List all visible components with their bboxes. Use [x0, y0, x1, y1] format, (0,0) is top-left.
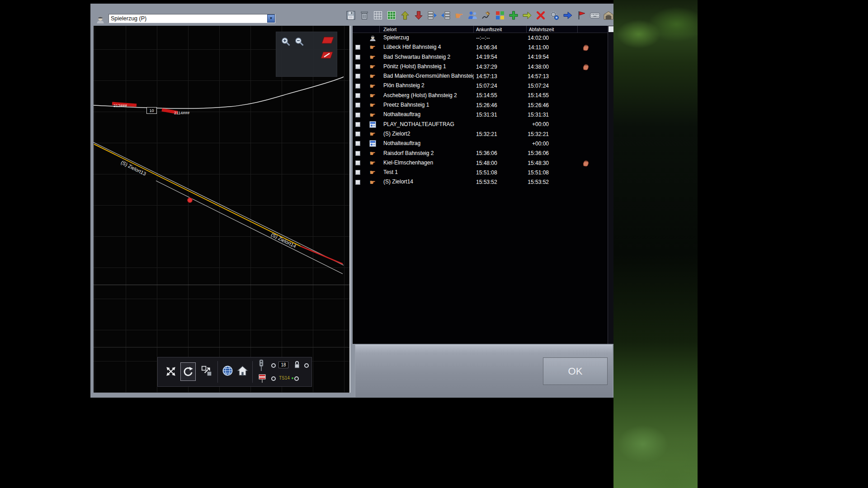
checkbox-cell	[353, 139, 365, 148]
row-checkbox[interactable]	[355, 55, 360, 60]
table-row[interactable]: ☛(S) Zielort1415:53:5215:53:52	[353, 177, 613, 187]
checkbox-cell	[353, 129, 365, 139]
lock-button[interactable]	[293, 360, 301, 369]
row-checkbox[interactable]	[355, 151, 360, 156]
rotate-button[interactable]	[180, 362, 196, 381]
delete-button[interactable]	[359, 9, 370, 21]
table-row[interactable]: ☛Lübeck Hbf Bahnsteig 414:06:3414:11:00	[353, 42, 613, 52]
hand-icon: ☛	[369, 169, 375, 176]
header-arrival[interactable]: Ankunftszeit	[474, 26, 527, 33]
table-row[interactable]: ☛Ascheberg (Holst) Bahnsteig 215:14:5515…	[353, 91, 613, 100]
row-checkbox[interactable]	[355, 84, 360, 89]
table-row[interactable]: ☛Preetz Bahnsteig 115:26:4615:26:46	[353, 100, 613, 110]
hand-icon: ☛	[369, 131, 375, 137]
arrival-time: 15:51:08	[474, 168, 527, 177]
row-checkbox[interactable]	[355, 103, 360, 108]
hand-icon: ☛	[369, 150, 375, 157]
row-checkbox[interactable]	[355, 113, 360, 117]
table-row[interactable]: Nothalteauftrag+00:00	[353, 139, 613, 148]
delete-entry-button[interactable]	[535, 9, 546, 21]
header-departure[interactable]: Abfahrtszeit	[527, 26, 578, 33]
row-checkbox[interactable]	[355, 160, 360, 165]
shunt-signal-icon	[258, 374, 266, 384]
shunt-signal-button[interactable]	[258, 373, 266, 384]
passengers-button[interactable]	[467, 9, 478, 21]
track-map[interactable]: 212### 10 2114### (S) Zielort13 (S) Ziel…	[94, 26, 350, 393]
move-up-button[interactable]	[399, 9, 410, 21]
table-row[interactable]: ☛Pönitz (Holst) Bahnsteig 114:37:2914:38…	[353, 62, 613, 71]
signal-button[interactable]	[258, 359, 264, 372]
table-row[interactable]: Spielerzug--:--:--14:02:00	[353, 33, 613, 42]
row-checkbox[interactable]	[355, 131, 360, 136]
depot-button[interactable]	[603, 9, 614, 21]
arrival-time: 14:06:34	[474, 42, 527, 52]
grid-active-button[interactable]	[386, 9, 397, 21]
home-button[interactable]	[236, 364, 249, 377]
enter-button[interactable]	[562, 9, 573, 21]
row-checkbox[interactable]	[355, 64, 360, 69]
table-row[interactable]: ☛Nothalteauftrag15:31:3115:31:31	[353, 110, 613, 119]
depot-icon	[603, 10, 614, 21]
zoom-out-button[interactable]	[293, 36, 305, 47]
grid-button[interactable]	[372, 9, 383, 21]
row-checkbox[interactable]	[355, 170, 360, 175]
add-entry-button[interactable]	[508, 9, 519, 21]
row-checkbox[interactable]	[355, 141, 360, 146]
jump-button[interactable]	[200, 365, 213, 377]
globe-button[interactable]	[221, 364, 234, 377]
row-checkbox[interactable]	[355, 45, 360, 50]
settings-button[interactable]	[548, 9, 560, 21]
pan-button[interactable]	[164, 365, 178, 378]
schedule-table-body: Spielerzug--:--:--14:02:00☛Lübeck Hbf Ba…	[353, 33, 613, 187]
edit-button[interactable]	[481, 9, 492, 21]
red-area-icon	[321, 36, 335, 44]
keypad-button[interactable]	[589, 9, 600, 21]
table-row[interactable]: ☛(S) Zielort215:32:2115:32:21	[353, 129, 613, 139]
expand-icon	[165, 366, 177, 377]
zoom-in-button[interactable]	[280, 36, 292, 47]
divider	[217, 361, 218, 383]
table-row[interactable]: ☛Raisdorf Bahnsteig 215:36:0615:36:06	[353, 149, 613, 158]
lock-icon	[293, 360, 301, 369]
signal-radio-button[interactable]	[271, 363, 276, 368]
row-checkbox[interactable]	[355, 122, 360, 127]
mosaic-button[interactable]	[494, 9, 505, 21]
signal-radio-button[interactable]	[294, 376, 299, 381]
flag-button[interactable]	[576, 9, 587, 21]
table-row[interactable]: ☛Bad Schwartau Bahnsteig 214:19:5414:19:…	[353, 52, 613, 62]
flag-cell	[578, 52, 606, 62]
goto-next-button[interactable]	[521, 9, 533, 21]
extract-row-button[interactable]	[440, 9, 451, 21]
checkbox-cell	[353, 52, 365, 62]
departure-time: +00:00	[527, 139, 578, 148]
table-scrollbar[interactable]	[608, 26, 613, 344]
red-marker-edit-button[interactable]	[320, 50, 334, 60]
pointer-button[interactable]: ☛	[453, 9, 465, 21]
map-toolbar: 18 TS14	[157, 357, 312, 387]
passengers-icon	[467, 10, 478, 21]
row-checkbox[interactable]	[355, 93, 360, 98]
train-selector[interactable]: Spielerzug (P) ▼	[108, 14, 275, 23]
insert-row-button[interactable]	[426, 9, 438, 21]
table-row[interactable]: PLAY_NOTHALTEAUFTRAG+00:00	[353, 120, 613, 129]
table-row[interactable]: ☛Kiel-Elmschenhagen15:48:0015:48:30	[353, 158, 613, 168]
signal-radio-button[interactable]	[304, 363, 309, 368]
ok-button[interactable]: OK	[543, 357, 608, 385]
arrival-time: 15:48:00	[474, 158, 527, 168]
header-spacer	[353, 26, 380, 33]
move-down-button[interactable]	[413, 9, 424, 21]
table-row[interactable]: ☛Test 115:51:0815:51:08	[353, 168, 613, 177]
header-destination[interactable]: Zielort	[380, 26, 474, 33]
scrollbar-thumb[interactable]	[609, 26, 613, 32]
flag-cell	[578, 33, 606, 42]
destination-label: PLAY_NOTHALTEAUFTRAG	[380, 120, 474, 129]
table-row[interactable]: ☛Plön Bahnsteig 215:07:2415:07:24	[353, 81, 613, 90]
red-marker-button[interactable]	[321, 36, 335, 45]
signal-radio-button[interactable]	[271, 376, 276, 381]
dropdown-arrow-button[interactable]: ▼	[267, 14, 275, 23]
row-checkbox[interactable]	[355, 74, 360, 79]
table-row[interactable]: ☛Bad Malente-Gremsmühlen Bahnsteig14:57:…	[353, 71, 613, 81]
row-checkbox[interactable]	[355, 180, 360, 185]
save-button[interactable]	[345, 9, 356, 21]
destination-label: Bad Malente-Gremsmühlen Bahnsteig	[380, 71, 474, 81]
